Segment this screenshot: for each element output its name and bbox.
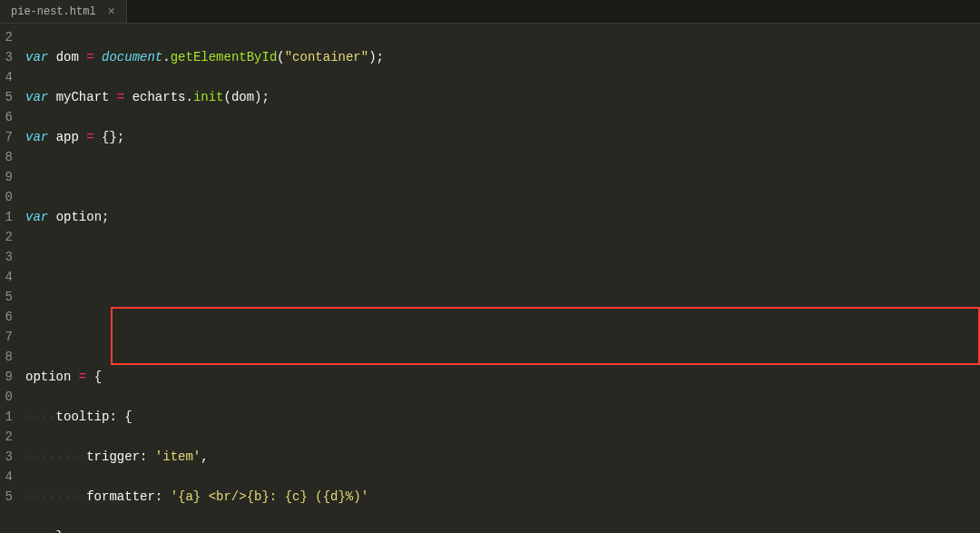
code-line: ········trigger: 'item', bbox=[25, 447, 980, 467]
code-content[interactable]: var dom = document.getElementById("conta… bbox=[16, 24, 980, 533]
code-line bbox=[25, 287, 980, 307]
code-line: var app = {}; bbox=[25, 127, 980, 147]
tab-bar: pie-nest.html × bbox=[0, 0, 980, 24]
code-line: ····}, bbox=[25, 527, 980, 533]
close-icon[interactable]: × bbox=[108, 5, 115, 19]
code-line: var myChart = echarts.init(dom); bbox=[25, 87, 980, 107]
line-number-gutter: 2 3 4 5 6 7 8 9 0 1 2 3 4 5 6 7 8 9 0 1 … bbox=[0, 24, 16, 533]
code-line: option = { bbox=[25, 367, 980, 387]
editor-area: 2 3 4 5 6 7 8 9 0 1 2 3 4 5 6 7 8 9 0 1 … bbox=[0, 24, 980, 533]
code-line: var dom = document.getElementById("conta… bbox=[25, 47, 980, 67]
code-line bbox=[25, 167, 980, 187]
file-tab[interactable]: pie-nest.html × bbox=[0, 0, 127, 23]
tab-filename: pie-nest.html bbox=[11, 5, 96, 18]
code-line: ····tooltip: { bbox=[25, 407, 980, 427]
code-line bbox=[25, 327, 980, 347]
code-line: var option; bbox=[25, 207, 980, 227]
code-line: ········formatter: '{a} <br/>{b}: {c} ({… bbox=[25, 487, 980, 507]
code-line bbox=[25, 247, 980, 267]
